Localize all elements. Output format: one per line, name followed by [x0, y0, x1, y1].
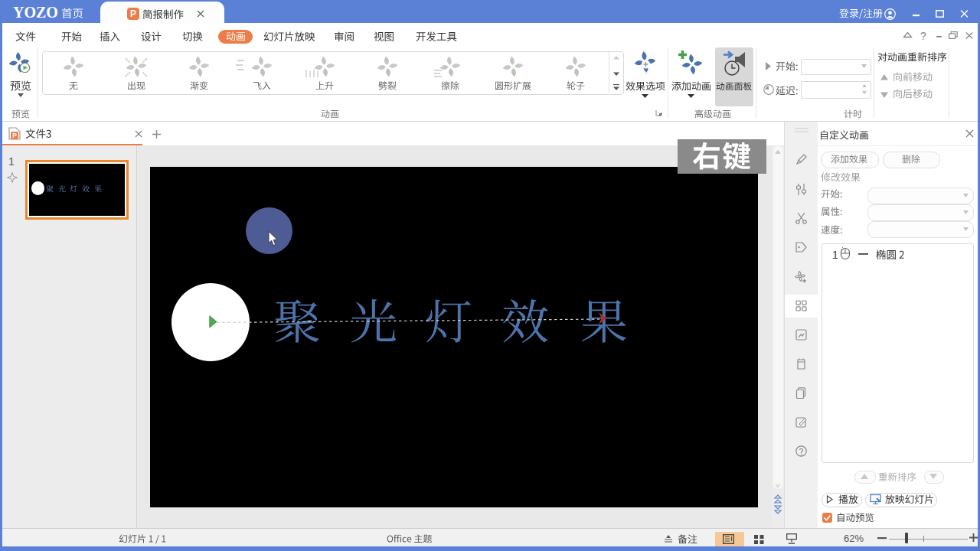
- svg-text:P: P: [12, 132, 17, 139]
